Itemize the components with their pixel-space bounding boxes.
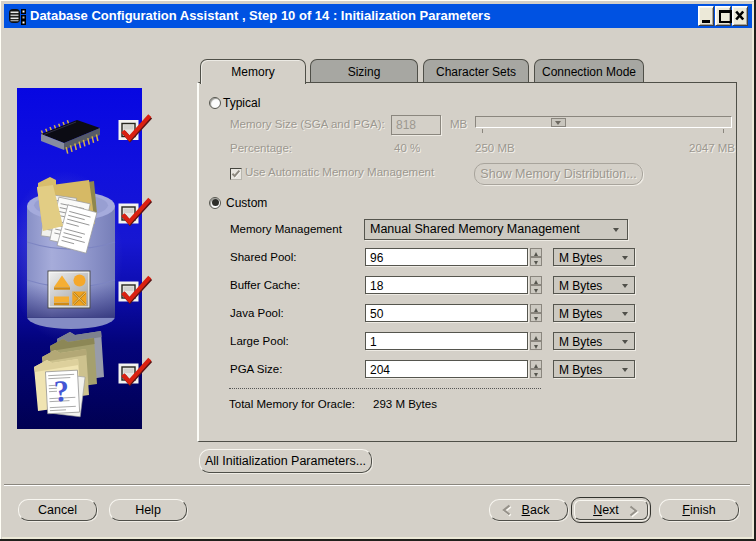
svg-text:?: ? (53, 374, 70, 408)
